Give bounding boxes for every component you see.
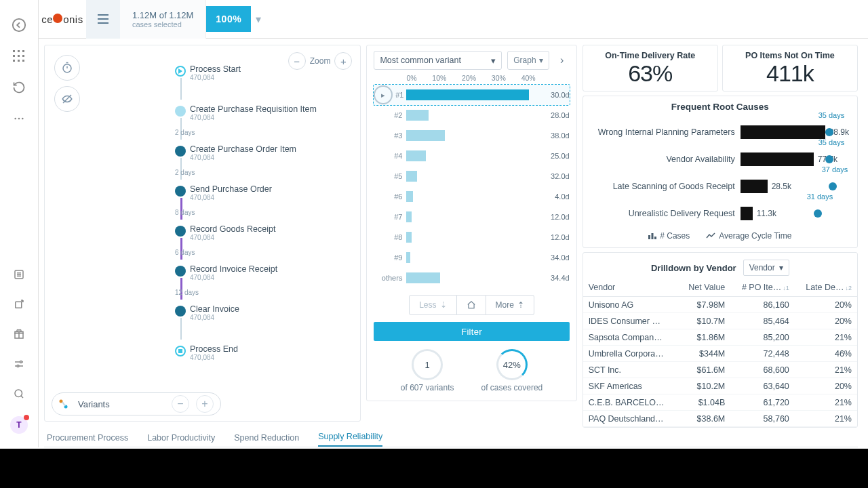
sheet-tab[interactable]: Spend Reduction [234,433,299,447]
table-cell: $1.86M [678,329,730,346]
less-button[interactable]: Less⇣ [409,295,456,315]
percent-chip[interactable]: 100% [206,6,251,32]
hamburger-icon[interactable] [86,0,120,39]
axis-tick: 40% [521,74,536,85]
legend-cases[interactable]: # Cases [648,231,690,241]
more-button[interactable]: More⇡ [486,295,534,315]
user-avatar[interactable]: T [10,416,28,434]
table-row[interactable]: IDES Consumer …$10.7M85,46420% [583,313,857,329]
table-cell: $61.6M [678,362,730,378]
table-cell: $10.7M [678,313,730,329]
table-cell: IDES Consumer … [583,313,679,329]
variant-panel: Most common variant▾ Graph▾ › 0%10%20%30… [366,45,576,401]
table-cell: Sapsota Compan… [583,329,679,346]
variant-label: #9 [374,253,406,262]
flow-step-title: Process End [190,344,351,354]
flow-step-count: 470,084 [190,354,351,361]
legend-cycle-time[interactable]: Average Cycle Time [706,231,791,241]
table-cell: 21% [795,411,857,427]
flow-step[interactable]: Create Purchase Order Item470,0842 days [175,144,351,161]
eye-off-icon[interactable] [54,86,80,112]
timer-icon[interactable] [54,55,80,81]
root-cause-row[interactable]: Vendor Availability77.7k35 days [591,146,849,173]
next-arrow-icon[interactable]: › [555,51,570,70]
sheet-tab[interactable]: Supply Reliability [318,432,382,447]
export-icon[interactable] [12,297,26,312]
table-row[interactable]: SKF Americas$10.2M63,64020% [583,378,857,394]
table-header[interactable]: Vendor [583,279,679,297]
sheet-tab[interactable]: Labor Productivity [147,433,215,447]
svg-point-16 [20,361,22,363]
table-row[interactable]: Sapsota Compan…$1.86M85,20021% [583,329,857,346]
root-cause-row[interactable]: Wrong Internal Planning Parameters88.9k3… [591,119,849,146]
back-icon[interactable] [12,18,26,33]
flow-step-title: Create Purchase Order Item [190,144,351,154]
variants-plus-button[interactable]: + [196,395,214,413]
table-header[interactable]: # PO Ite…↓1 [730,279,794,297]
flow-step[interactable]: Record Goods Receipt470,0846 days [175,224,351,241]
variant-select[interactable]: Most common variant▾ [374,51,502,70]
variants-label: Variants [78,399,110,409]
flow-step[interactable]: Send Purchase Order470,0848 days [175,184,351,201]
flow-step[interactable]: Clear Invoice470,084 [175,304,351,321]
filter-button[interactable]: Filter [374,322,569,341]
drilldown-panel: Drilldown by Vendor Vendor▾ VendorNet Va… [583,252,858,428]
history-icon[interactable] [12,80,26,95]
variant-row[interactable]: #425.0d [374,146,569,166]
sheet-tab[interactable]: Procurement Process [47,433,128,447]
root-causes-panel: Frequent Root Causes Wrong Internal Plan… [583,96,858,248]
sliders-icon[interactable] [12,357,26,371]
sort-asc-icon: ⇡ [517,300,524,310]
table-row[interactable]: C.E.B. BARCELO…$1.04B61,72021% [583,394,857,411]
table-header[interactable]: Late De…↓2 [795,279,857,297]
flow-step[interactable]: Create Purchase Requisition Item470,0842… [175,104,351,121]
flow-duration: 6 days [175,249,195,256]
table-row[interactable]: Unisono AG$7.98M86,16020% [583,297,857,313]
variant-value: 25.0d [536,152,570,160]
table-header[interactable]: Net Value [678,279,730,297]
variant-row[interactable]: #338.0d [374,125,569,146]
more-icon[interactable] [12,111,26,126]
brand-logo[interactable]: ceonis [39,14,86,25]
root-cause-row[interactable]: Unrealistic Delivery Request11.3k31 days [591,200,849,227]
flow-step[interactable]: Process End470,084 [175,344,351,361]
list-icon[interactable] [12,267,26,282]
variant-row[interactable]: others34.4d [374,268,569,288]
table-cell: $38.6M [678,411,730,427]
flow-step[interactable]: Process Start470,084 [175,64,351,81]
variant-value: 32.0d [536,172,570,180]
table-cell: $1.04B [678,394,730,411]
root-cause-value: 28.5k [768,182,791,191]
axis-tick: 30% [492,74,506,85]
gift-icon[interactable] [12,327,26,342]
variant-row[interactable]: ▸#130.0d [374,85,569,105]
variant-row[interactable]: #712.0d [374,207,569,227]
graph-toggle[interactable]: Graph▾ [507,51,549,70]
play-icon[interactable]: ▸ [374,85,393,104]
flow-step[interactable]: Record Invoice Receipt470,08412 days [175,264,351,281]
table-row[interactable]: Umbrella Corpora…$344M72,44846% [583,346,857,362]
variant-row[interactable]: #934.0d [374,247,569,268]
search-icon[interactable] [12,386,26,401]
stat-coverage-value: 42% [496,349,528,380]
table-row[interactable]: SCT Inc.$61.6M68,60021% [583,362,857,378]
stat-coverage: 42% of cases covered [481,349,543,392]
svg-rect-8 [18,60,20,62]
chevron-down-icon[interactable]: ▾ [251,13,266,26]
variant-row[interactable]: #812.0d [374,227,569,247]
variant-select-label: Most common variant [380,56,460,65]
svg-rect-2 [18,50,20,52]
variants-minus-button[interactable]: − [172,395,189,413]
svg-rect-9 [22,60,24,62]
svg-point-12 [22,118,24,120]
home-button[interactable] [457,295,486,315]
variant-row[interactable]: #532.0d [374,166,569,186]
table-cell: 85,200 [730,329,794,346]
variant-row[interactable]: #64.0d [374,186,569,207]
variant-row[interactable]: #228.0d [374,105,569,125]
table-row[interactable]: PAQ Deutschland…$38.6M58,76021% [583,411,857,427]
cases-selected-box[interactable]: 1.12M of 1.12M cases selected [120,0,206,39]
kpi-value: 63% [583,60,717,87]
apps-grid-icon[interactable] [12,49,26,64]
drilldown-select[interactable]: Vendor▾ [743,260,789,276]
